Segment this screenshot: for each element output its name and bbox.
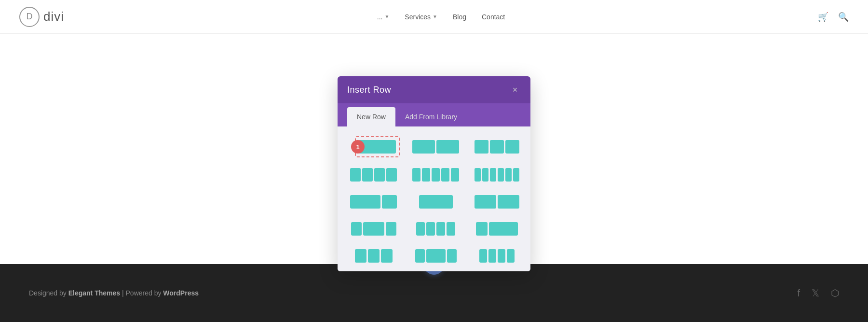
nav-item-extra[interactable]: ... ▼ — [377, 13, 390, 21]
nav-item-services[interactable]: Services ▼ — [405, 13, 437, 21]
layout-3col-equal[interactable] — [472, 136, 522, 157]
elegant-themes-link[interactable]: Elegant Themes — [68, 289, 120, 297]
facebook-icon[interactable]: f — [797, 288, 800, 299]
insert-row-modal: Insert Row × New Row Add From Library 1 — [338, 76, 530, 271]
layout-row4-3[interactable] — [472, 246, 522, 266]
logo-text: divi — [43, 9, 64, 24]
layout-2col-narrow-wide[interactable] — [472, 192, 522, 211]
header: D divi ... ▼ Services ▼ Blog Contact 🛒 🔍 — [0, 0, 868, 34]
layouts-grid: 1 — [347, 136, 521, 270]
main-nav: ... ▼ Services ▼ Blog Contact — [377, 13, 505, 21]
footer-credit: Designed by Elegant Themes | Powered by … — [29, 289, 199, 297]
layout-row4-2[interactable] — [409, 246, 462, 266]
main-content: + Designed by Elegant Themes | Powered b… — [0, 34, 868, 322]
layout-1col-wide-center[interactable] — [409, 192, 462, 211]
layout-5col[interactable] — [409, 165, 462, 184]
wordpress-link[interactable]: WordPress — [163, 289, 199, 297]
modal-close-button[interactable]: × — [509, 84, 521, 96]
nav-item-blog[interactable]: Blog — [453, 13, 466, 21]
cart-icon[interactable]: 🛒 — [818, 12, 828, 22]
instagram-icon[interactable]: ⬡ — [831, 287, 839, 299]
designed-by-text: Designed by — [29, 289, 67, 297]
modal-content: 1 — [338, 126, 530, 271]
nav-item-services-label: Services — [405, 13, 431, 21]
logo-icon: D — [19, 7, 40, 27]
tab-add-from-library[interactable]: Add From Library — [395, 107, 467, 126]
nav-item-blog-label: Blog — [453, 13, 466, 21]
layout-4col[interactable] — [347, 165, 400, 184]
layout-row4-1[interactable] — [347, 246, 400, 266]
nav-item-contact-label: Contact — [482, 13, 505, 21]
modal-title: Insert Row — [347, 85, 391, 95]
layout-3col-mixed[interactable] — [347, 219, 400, 238]
layout-badge: 1 — [351, 140, 365, 154]
footer-social: f 𝕏 ⬡ — [797, 287, 839, 299]
chevron-down-icon: ▼ — [384, 14, 389, 19]
layout-1col[interactable]: 1 — [355, 136, 400, 157]
search-icon[interactable]: 🔍 — [838, 12, 849, 22]
modal-tabs: New Row Add From Library — [338, 103, 530, 126]
layout-4col-b[interactable] — [409, 219, 462, 238]
layout-6col[interactable] — [472, 165, 522, 184]
powered-by-text: | Powered by — [122, 289, 161, 297]
layout-2col-wide-narrow[interactable] — [347, 192, 400, 211]
logo[interactable]: D divi — [19, 7, 64, 27]
layout-col-small-large[interactable] — [472, 219, 522, 238]
tab-new-row[interactable]: New Row — [347, 107, 395, 126]
nav-icons: 🛒 🔍 — [818, 12, 849, 22]
layout-2col-equal[interactable] — [409, 136, 462, 157]
chevron-down-icon: ▼ — [433, 14, 437, 19]
modal-header: Insert Row × — [338, 76, 530, 103]
nav-item-extra-label: ... — [377, 13, 383, 21]
twitter-icon[interactable]: 𝕏 — [812, 287, 819, 299]
nav-item-contact[interactable]: Contact — [482, 13, 505, 21]
